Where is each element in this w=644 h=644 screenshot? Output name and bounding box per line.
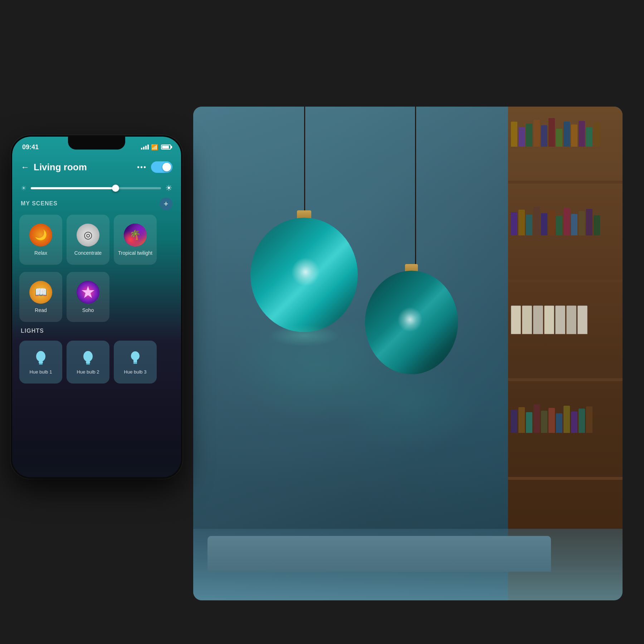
book — [533, 404, 540, 433]
brightness-knob[interactable] — [112, 185, 119, 192]
svg-point-4 — [83, 351, 93, 362]
light-hue2[interactable]: Hue bulb 2 — [67, 341, 109, 384]
svg-rect-7 — [133, 362, 137, 364]
relax-icon: 🌙 — [29, 224, 52, 247]
scene-concentrate[interactable]: ◎ Concentrate — [67, 215, 109, 265]
phone-inner: 09:41 📶 — [12, 137, 181, 477]
phone: 09:41 📶 — [11, 135, 182, 479]
book — [533, 207, 540, 235]
svg-rect-2 — [39, 361, 43, 363]
book — [518, 210, 525, 235]
scene-read[interactable]: 📖 Read — [19, 272, 62, 322]
lights-grid: Hue bulb 1 Hue bulb 2 — [19, 341, 181, 384]
soho-label: Soho — [82, 307, 94, 313]
phone-bottom-fade — [12, 434, 181, 477]
phone-container: 09:41 📶 — [11, 135, 182, 479]
battery-fill — [162, 146, 169, 148]
scene-tropical[interactable]: 🌴 Tropical twilight — [114, 215, 157, 265]
book — [526, 412, 532, 433]
tropical-icon: 🌴 — [124, 224, 147, 247]
lamp1-shine — [291, 258, 320, 286]
soho-star-svg — [81, 285, 95, 299]
book — [556, 129, 562, 147]
hue3-label: Hue bulb 3 — [124, 369, 147, 375]
content-area: 09:41 📶 — [0, 107, 644, 636]
relax-label: Relax — [34, 250, 47, 256]
status-time: 09:41 — [22, 143, 39, 151]
binder — [533, 306, 543, 334]
room-name-label: Living room — [34, 162, 133, 173]
room-photo — [193, 107, 623, 600]
binder — [577, 306, 587, 334]
book — [571, 214, 577, 235]
back-button[interactable]: ← — [21, 162, 29, 172]
book — [564, 208, 570, 235]
svg-marker-0 — [82, 286, 94, 298]
book-row-4 — [508, 403, 595, 434]
svg-rect-3 — [39, 363, 43, 365]
signal-icon — [141, 145, 149, 150]
binder — [511, 306, 521, 334]
binder — [522, 306, 532, 334]
lamp-cord-1 — [304, 107, 305, 214]
book — [511, 410, 517, 433]
read-icon: 📖 — [29, 281, 52, 304]
binder — [555, 306, 565, 334]
book — [533, 120, 540, 147]
toggle-knob — [162, 163, 171, 171]
svg-point-1 — [36, 351, 45, 362]
room-toggle[interactable] — [151, 161, 172, 173]
soho-star — [77, 281, 99, 304]
battery-icon — [161, 145, 171, 150]
svg-rect-5 — [86, 361, 90, 363]
scenes-section-label: MY SCENES — [21, 200, 58, 207]
bulb-icon-1 — [34, 350, 47, 366]
book — [586, 209, 592, 235]
svg-rect-6 — [86, 363, 90, 365]
scene-relax[interactable]: 🌙 Relax — [19, 215, 62, 265]
lights-section-label: LIGHTS — [21, 328, 44, 334]
brightness-slider[interactable] — [31, 187, 161, 189]
brightness-min-icon: ☀ — [21, 184, 26, 192]
book — [548, 408, 555, 433]
book — [556, 413, 562, 433]
book — [571, 411, 577, 433]
tropical-label: Tropical twilight — [118, 250, 152, 256]
books — [508, 107, 623, 600]
book — [511, 122, 517, 147]
sofa-back — [208, 536, 551, 572]
book — [579, 121, 585, 147]
book — [548, 210, 555, 235]
sofa-area — [193, 529, 623, 600]
book — [564, 406, 570, 433]
book — [579, 211, 585, 235]
book — [594, 122, 600, 147]
lamp2-ambient — [336, 357, 479, 450]
book — [541, 213, 547, 235]
book-row-2 — [508, 205, 603, 237]
book — [586, 127, 592, 147]
light-hue3[interactable]: Hue bulb 3 — [114, 341, 157, 384]
book-row-3 — [508, 304, 590, 336]
scene-soho[interactable]: Soho — [67, 272, 109, 322]
status-icons: 📶 — [141, 144, 171, 151]
bookshelf — [508, 107, 623, 600]
book — [548, 118, 555, 147]
book — [586, 406, 592, 433]
hue2-label: Hue bulb 2 — [77, 369, 99, 375]
book — [518, 407, 525, 433]
book — [511, 212, 517, 235]
bulb-icon-3 — [130, 350, 141, 366]
book — [526, 215, 532, 235]
book — [571, 125, 577, 147]
binder — [566, 306, 576, 334]
book-row-1 — [508, 117, 603, 148]
binder — [544, 306, 554, 334]
wifi-icon: 📶 — [151, 144, 158, 151]
scenes-row2: 📖 Read Soho — [19, 272, 109, 322]
book — [518, 127, 525, 147]
light-hue1[interactable]: Hue bulb 1 — [19, 341, 62, 384]
brightness-row: ☀ ☀ — [21, 181, 172, 195]
brightness-max-icon: ☀ — [165, 184, 172, 193]
dots-menu-button[interactable]: ••• — [137, 163, 147, 171]
